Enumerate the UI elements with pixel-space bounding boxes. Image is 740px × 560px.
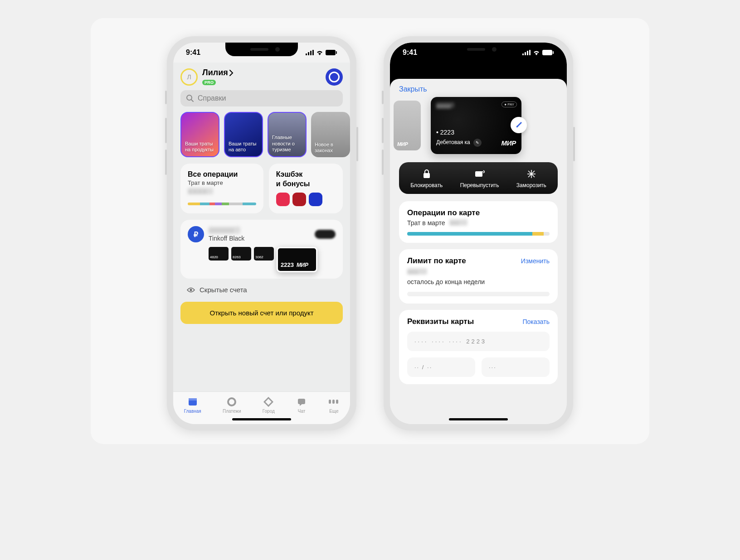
panel-title: Лимит по карте [407, 256, 466, 266]
edit-card-fab[interactable] [511, 117, 527, 133]
expiry-field[interactable]: ·· / ·· [407, 357, 475, 377]
snowflake-icon [526, 169, 537, 179]
limit-change-link[interactable]: Изменить [521, 257, 550, 265]
card-operations-panel[interactable]: Операции по карте Трат в марте xxx [399, 201, 558, 243]
card-mini[interactable]: 8263 [231, 247, 251, 261]
signal-icon [306, 50, 314, 55]
battery-icon [326, 50, 337, 55]
home-content: Л Лилия PRO Справки Ваши траты [173, 63, 350, 424]
side-button [382, 91, 384, 104]
profile-name[interactable]: Лилия [202, 68, 321, 77]
card-last4: • 2223 [436, 129, 516, 136]
status-time: 9:41 [403, 48, 417, 57]
lock-icon [421, 169, 432, 179]
phone-home: 9:41 Л Лилия PRO [167, 36, 356, 430]
hidden-accounts-link[interactable]: Скрытые счета [180, 286, 343, 294]
search-placeholder: Справки [198, 94, 226, 102]
card-sub: Трат в марте [188, 179, 256, 186]
story-item[interactable]: Главные новости о туризме [268, 112, 307, 157]
side-button [356, 127, 358, 161]
spend-progress [407, 232, 550, 236]
svg-rect-5 [336, 51, 337, 54]
svg-rect-19 [529, 50, 531, 55]
card-mini[interactable]: 3062 [254, 247, 274, 261]
tab-chat[interactable]: Чат [296, 396, 307, 414]
card-refresh-icon [474, 169, 485, 179]
side-button [165, 150, 167, 175]
side-button [165, 118, 167, 143]
tab-payments[interactable]: Платежи [223, 396, 241, 414]
card-mini[interactable]: 4820 [209, 247, 229, 261]
action-block[interactable]: Блокировать [410, 169, 443, 188]
balance-hidden [315, 230, 336, 239]
details-show-link[interactable]: Показать [522, 318, 550, 325]
panel-title: Реквизиты карты [407, 317, 474, 326]
pan-field[interactable]: ···· ···· ···· 2223 [407, 332, 550, 351]
side-button [165, 91, 167, 104]
tab-city[interactable]: Город [263, 396, 275, 414]
tab-home[interactable]: Главная [184, 396, 201, 414]
story-item[interactable]: Ваши траты на авто [224, 112, 263, 157]
limit-sub: осталось до конца недели [407, 278, 550, 285]
notch [225, 43, 298, 56]
chat-icon [296, 396, 307, 407]
account-card[interactable]: ₽ xxxxxxx Tinkoff Black 4820 8263 3062 2… [180, 220, 343, 279]
svg-rect-17 [525, 52, 526, 55]
wifi-icon [316, 50, 324, 55]
side-button [382, 150, 384, 175]
card-title: Все операции [188, 170, 256, 179]
chevron-right-icon [229, 70, 234, 76]
pro-badge: PRO [202, 80, 216, 85]
panel-title: Операции по карте [407, 208, 550, 217]
assistant-avatar[interactable] [326, 68, 343, 86]
tab-more[interactable]: Еще [328, 396, 339, 414]
home-icon [187, 396, 198, 407]
card-mini-selected[interactable]: 2223 МИР [277, 247, 317, 272]
svg-rect-14 [332, 400, 335, 404]
prev-card[interactable]: МИР [394, 101, 421, 150]
svg-rect-3 [312, 50, 314, 55]
avatar[interactable]: Л [180, 68, 198, 86]
card-title: и бонусы [276, 179, 336, 188]
close-button[interactable]: Закрыть [390, 85, 436, 93]
story-item[interactable]: Ваши траты на продукты [180, 112, 219, 157]
cashback-card[interactable]: Кэшбэк и бонусы [269, 164, 343, 213]
card-limit-panel[interactable]: Лимит по карте Изменить xxx осталось до … [399, 249, 558, 304]
status-time: 9:41 [186, 48, 200, 57]
limit-progress [407, 292, 550, 296]
wifi-icon [532, 50, 540, 55]
card-image[interactable]: xxxx ● PAY • 2223 Дебетовая ка ✎ МИР [431, 97, 521, 154]
svg-rect-12 [298, 399, 305, 404]
payments-icon [226, 396, 237, 407]
card-sheet: Закрыть МИР xxxx ● PAY • 2223 [390, 79, 567, 424]
partner-icon [292, 193, 306, 206]
partner-icon [276, 193, 290, 206]
action-freeze[interactable]: Заморозить [516, 169, 546, 188]
pencil-icon[interactable]: ✎ [473, 139, 482, 147]
action-reissue[interactable]: Перевыпустить [460, 169, 499, 188]
stories-row[interactable]: Ваши траты на продукты Ваши траты на авт… [180, 112, 343, 157]
card-action-bar: Блокировать Перевыпустить Заморозить [399, 162, 558, 194]
open-product-button[interactable]: Открыть новый счет или продукт [180, 302, 343, 324]
pay-badge: ● PAY [501, 101, 517, 107]
svg-rect-10 [189, 398, 197, 401]
card-carousel[interactable]: МИР xxxx ● PAY • 2223 Дебетовая ка ✎ [399, 97, 558, 154]
phone-card-detail: 9:41 Закрыть МИР xxxx ● PAY [384, 36, 573, 430]
operations-card[interactable]: Все операции Трат в марте XXXX [180, 164, 263, 213]
bonus-chips [276, 193, 336, 206]
story-item[interactable]: Новое в законах [311, 112, 350, 157]
ruble-icon: ₽ [188, 226, 204, 242]
svg-rect-13 [329, 400, 331, 404]
svg-rect-4 [326, 50, 336, 55]
svg-rect-18 [527, 51, 528, 55]
profile-row[interactable]: Л Лилия PRO [180, 68, 343, 86]
card-details-panel[interactable]: Реквизиты карты Показать ···· ···· ···· … [399, 310, 558, 384]
card-title: Кэшбэк [276, 170, 336, 179]
brush-icon [515, 121, 522, 129]
side-button [382, 118, 384, 143]
search-input[interactable]: Справки [180, 90, 343, 106]
svg-point-8 [190, 289, 192, 291]
account-name: Tinkoff Black [209, 235, 310, 242]
cvc-field[interactable]: ··· [482, 357, 550, 377]
partner-icon [309, 193, 322, 206]
